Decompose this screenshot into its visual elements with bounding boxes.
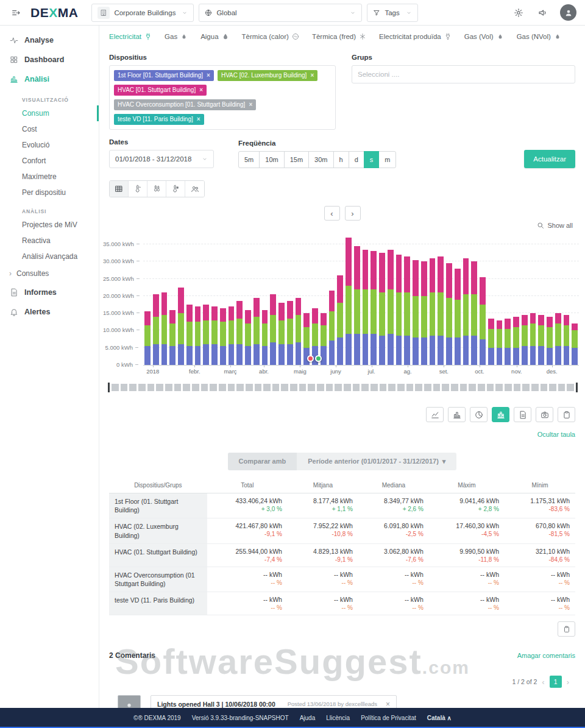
close-comment-icon[interactable]: ×: [386, 701, 390, 708]
sidebar-item-reactiva[interactable]: Reactiva: [0, 233, 99, 249]
scrollbar-segment[interactable]: [487, 384, 494, 391]
date-range-select[interactable]: 01/01/2018 - 31/12/2018: [109, 150, 214, 168]
fuel-tab-electricitat[interactable]: Electricitat: [109, 33, 152, 40]
pagination-current-page[interactable]: 1: [550, 676, 562, 688]
sidebar-item-analyse[interactable]: Analyse: [0, 30, 99, 50]
scrollbar-segment[interactable]: [531, 384, 539, 391]
frequency-option-30m[interactable]: 30m: [308, 151, 333, 168]
remove-chip-icon[interactable]: ×: [310, 72, 314, 79]
scrollbar-segment[interactable]: [388, 384, 395, 391]
fuel-tab-aigua[interactable]: Aigua: [200, 33, 229, 40]
sidebar-item-confort[interactable]: Confort: [0, 153, 99, 169]
remove-chip-icon[interactable]: ×: [249, 101, 252, 108]
update-button[interactable]: Actualitzar: [524, 150, 575, 168]
user-avatar[interactable]: [560, 4, 576, 21]
scope-selector[interactable]: Global: [199, 4, 362, 22]
occupancy-button[interactable]: [185, 181, 204, 197]
scrollbar-segment[interactable]: [228, 384, 235, 391]
scrollbar-segment[interactable]: [460, 384, 467, 391]
sidebar-item-informes[interactable]: Informes: [0, 283, 99, 302]
scrollbar-segment[interactable]: [138, 384, 146, 391]
hide-comments-link[interactable]: Amagar comentaris: [517, 652, 575, 659]
sidebar-item-dashboard[interactable]: Dashboard: [0, 50, 99, 69]
pie-chart-button[interactable]: [470, 407, 488, 422]
scrollbar-segment[interactable]: [558, 384, 566, 391]
frequency-option-m[interactable]: m: [378, 151, 396, 168]
scrollbar-segment[interactable]: [361, 384, 369, 391]
stacked-chart-button[interactable]: [492, 407, 509, 422]
scrollbar-segment[interactable]: [567, 384, 574, 391]
scrollbar-segment[interactable]: [514, 384, 521, 391]
comment-marker-1[interactable]: [307, 355, 314, 362]
scrollbar-segment[interactable]: [495, 384, 503, 391]
scrollbar-right-handle[interactable]: [576, 383, 578, 392]
sidebar-item-an-lisi[interactable]: Anàlisi: [0, 69, 99, 89]
scrollbar-segment[interactable]: [478, 384, 485, 391]
scrollbar-segment[interactable]: [326, 384, 333, 391]
scrollbar-segment[interactable]: [549, 384, 556, 391]
remove-chip-icon[interactable]: ×: [199, 87, 203, 94]
scrollbar-segment[interactable]: [174, 384, 182, 391]
sidebar-item-cost[interactable]: Cost: [0, 121, 99, 137]
scrollbar-segment[interactable]: [290, 384, 297, 391]
snapshot-button[interactable]: [536, 407, 553, 422]
sidebar-item-projectes-de-miv[interactable]: Projectes de MiV: [0, 217, 99, 233]
comment-marker-2[interactable]: [315, 355, 322, 362]
scrollbar-segment[interactable]: [397, 384, 405, 391]
scrollbar-segment[interactable]: [255, 384, 262, 391]
sidebar-item-an-lisi-avan-ada[interactable]: Anàlisi Avançada: [0, 249, 99, 264]
scrollbar-segment[interactable]: [424, 384, 431, 391]
scrollbar-segment[interactable]: [201, 384, 208, 391]
scrollbar-left-handle[interactable]: [108, 383, 110, 392]
chart-prev-button[interactable]: ‹: [324, 206, 340, 221]
scrollbar-segment[interactable]: [469, 384, 476, 391]
organization-selector[interactable]: Corporate Buildings: [91, 4, 194, 22]
sidebar-item-alertes[interactable]: Alertes: [0, 302, 99, 322]
scrollbar-segment[interactable]: [406, 384, 414, 391]
scrollbar-segment[interactable]: [353, 384, 360, 391]
scrollbar-segment[interactable]: [317, 384, 324, 391]
scrollbar-segment[interactable]: [112, 384, 119, 391]
fuel-tab-t-rmica-fred[interactable]: Tèrmica (fred): [312, 33, 366, 40]
devices-multiselect[interactable]: 1st Floor [01. Stuttgart Building]×HVAC …: [109, 65, 336, 130]
scrollbar-segment[interactable]: [308, 384, 315, 391]
scrollbar-segment[interactable]: [156, 384, 163, 391]
pagination-prev-button[interactable]: ‹: [542, 677, 544, 687]
device-chip-hvac-02-luxemburg-building[interactable]: HVAC [02. Luxemburg Building]×: [218, 70, 317, 81]
line-chart-button[interactable]: [426, 407, 444, 422]
device-chip-1st-floor-01-stuttgart-building[interactable]: 1st Floor [01. Stuttgart Building]×: [114, 70, 214, 81]
language-selector[interactable]: Català ∧: [427, 715, 452, 721]
frequency-option-5m[interactable]: 5m: [238, 151, 260, 168]
sidebar-item-max-metre[interactable]: Maxímetre: [0, 169, 99, 185]
scrollbar-segment[interactable]: [210, 384, 217, 391]
compare-period-select[interactable]: Període anterior (01/01/2017 - 31/12/201…: [297, 453, 456, 470]
frequency-option-h[interactable]: h: [333, 151, 349, 168]
footer-link-license[interactable]: Llicència: [326, 715, 350, 721]
scrollbar-segment[interactable]: [380, 384, 387, 391]
scrollbar-segment[interactable]: [263, 384, 271, 391]
chart-next-button[interactable]: ›: [345, 206, 361, 221]
footer-link-help[interactable]: Ajuda: [300, 715, 316, 721]
device-chip-hvac-01-stuttgart-building[interactable]: HVAC [01. Stuttgart Building]×: [114, 85, 207, 96]
scrollbar-segment[interactable]: [415, 384, 422, 391]
sidebar-item-per-dispositiu[interactable]: Per dispositiu: [0, 185, 99, 200]
fuel-tab-electricitat-produ-da[interactable]: Electricitat produïda: [379, 33, 452, 40]
scrollbar-segment[interactable]: [522, 384, 530, 391]
tags-selector[interactable]: Tags: [367, 4, 418, 22]
sidebar-item-consultes[interactable]: ›Consultes: [0, 264, 99, 283]
cooling-degree-days-button[interactable]: [166, 181, 185, 197]
remove-chip-icon[interactable]: ×: [197, 116, 200, 123]
scrollbar-segment[interactable]: [129, 384, 136, 391]
chart-scrollbar[interactable]: [108, 383, 578, 392]
scrollbar-segment[interactable]: [505, 384, 512, 391]
sidebar-item-evoluci[interactable]: Evolució: [0, 137, 99, 153]
settings-button[interactable]: [511, 5, 526, 20]
fuel-tab-gas-nvol[interactable]: Gas (NVol): [517, 33, 561, 40]
fuel-tab-gas-vol[interactable]: Gas (Vol): [464, 33, 504, 40]
scrollbar-segment[interactable]: [121, 384, 128, 391]
scrollbar-segment[interactable]: [299, 384, 307, 391]
degree-days-button[interactable]: [147, 181, 166, 197]
frequency-option-15m[interactable]: 15m: [284, 151, 309, 168]
hide-table-link[interactable]: Ocultar taula: [537, 431, 575, 438]
announcements-button[interactable]: [536, 5, 550, 20]
